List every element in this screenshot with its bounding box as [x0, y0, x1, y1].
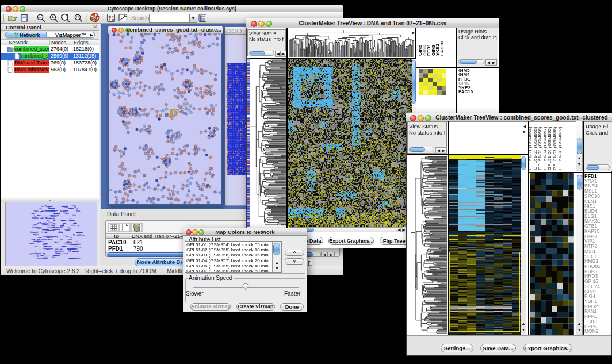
svg-text:PAC10: PAC10: [439, 41, 445, 56]
svg-text:GPL51-08 (GSM872): GPL51-08 (GSM872): [557, 127, 563, 170]
svg-text:1:1: 1:1: [75, 16, 79, 19]
